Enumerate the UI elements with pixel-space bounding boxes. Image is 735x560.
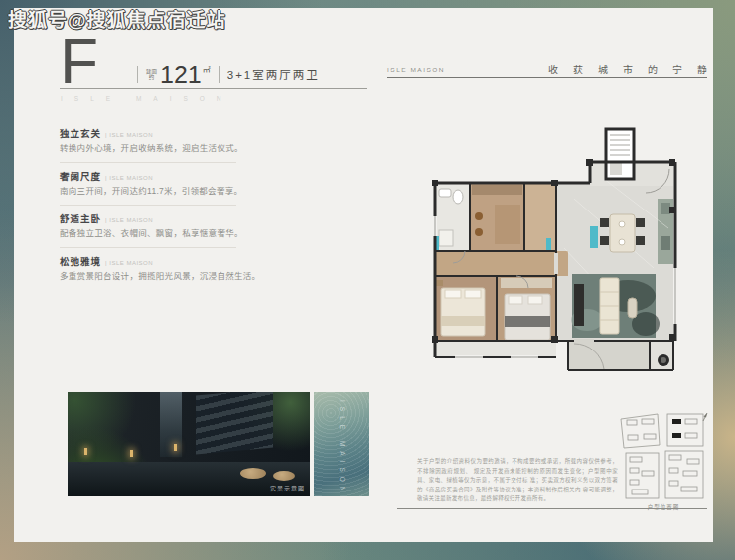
window-accent: [546, 238, 551, 250]
right-header-rule: [387, 77, 707, 78]
feature-desc: 南向三开间，开间达约11.7米，引领都会奢享。: [60, 187, 270, 196]
plate: [619, 239, 625, 245]
unit-type-letter: F: [60, 30, 98, 93]
glass-texture-photo: ISLE MAISON: [314, 392, 369, 496]
feature-block: 松弛雅境 | ISLE MAISON 多重赏景阳台设计，拥揽阳光风景，沉浸自然生…: [60, 257, 270, 281]
photo-lantern: [84, 448, 87, 455]
north-arrow-icon: [703, 413, 707, 421]
chair: [636, 218, 645, 227]
feature-title-row: 奢阔尺度 | ISLE MAISON: [60, 172, 270, 183]
keyplan-diagram: [618, 411, 709, 502]
feature-desc: 配备独立卫浴、衣帽间、飘窗，私享惬意奢华。: [60, 229, 270, 238]
feature-divider: [60, 205, 236, 206]
feature-desc: 转换内外心境，开启收纳系统，迎启生活仪式。: [60, 144, 270, 153]
feature-title: 奢阔尺度: [60, 172, 101, 182]
photo-lantern: [130, 450, 133, 457]
south-balcony-floor: [435, 341, 556, 357]
feature-title: 松弛雅境: [60, 257, 101, 267]
feature-desc: 多重赏景阳台设计，拥揽阳光风景，沉浸自然生活。: [60, 272, 270, 281]
desk: [495, 205, 520, 244]
highlighted-units: [672, 419, 681, 438]
photo-lantern: [174, 444, 177, 451]
study-room: [472, 185, 522, 244]
floorplan-image: [425, 119, 687, 391]
right-header-brand: ISLE MAISON: [387, 67, 445, 73]
brochure-card: F 建面 约 121 ㎡ 3+1室两厅两卫 ISLE MAISON ISLE M…: [14, 8, 713, 542]
chair: [636, 236, 645, 245]
unit-title-row: 建面 约 121 ㎡ 3+1室两厅两卫: [129, 62, 320, 87]
disclaimer-text: 关于户型的介绍资料仅为要约邀请，不构成要约或承诺，所载内容仅供参考，不排除因政府…: [417, 457, 618, 504]
photo-caption: 实景示意图: [270, 484, 305, 492]
appliance: [661, 203, 670, 214]
feature-tag: | ISLE MAISON: [105, 215, 153, 225]
dining-table: [610, 214, 635, 252]
footer-rule: [397, 508, 707, 509]
pillow: [509, 296, 522, 304]
toilet: [453, 190, 463, 204]
small-room-floor: [524, 183, 556, 251]
chair: [600, 236, 609, 245]
feature-title-row: 独立玄关 | ISLE MAISON: [60, 129, 270, 140]
sink: [439, 189, 451, 197]
stool: [475, 212, 483, 220]
feature-title: 舒适主卧: [60, 214, 101, 224]
title-rule: [60, 88, 368, 89]
chair: [600, 218, 609, 227]
balcony-door-opening: [574, 339, 594, 343]
photo-waterfall: [160, 392, 182, 457]
area-unit: ㎡: [203, 64, 211, 74]
feature-divider: [60, 247, 236, 248]
feature-list: 独立玄关 | ISLE MAISON 转换内外心境，开启收纳系统，迎启生活仪式。…: [60, 129, 270, 281]
feature-title-row: 舒适主卧 | ISLE MAISON: [60, 214, 270, 225]
feature-title: 独立玄关: [60, 129, 101, 139]
area-label: 建面 约: [146, 69, 157, 80]
layout-text: 3+1室两厅两卫: [227, 67, 320, 82]
courtyard-photo: 实景示意图: [68, 392, 310, 496]
coffee-table: [628, 298, 637, 318]
island-counter: [590, 226, 598, 248]
brand-spaced-left: ISLE MAISON: [61, 95, 233, 102]
feature-tag: | ISLE MAISON: [105, 130, 153, 140]
tv-console: [574, 284, 584, 326]
wardrobe: [472, 185, 522, 195]
pillow: [445, 290, 461, 298]
stool: [475, 228, 483, 236]
stair-core: [606, 129, 634, 179]
feature-block: 独立玄关 | ISLE MAISON 转换内外心境，开启收纳系统，迎启生活仪式。: [60, 129, 270, 163]
throw-blanket: [505, 316, 550, 327]
divider: [219, 66, 220, 83]
right-header-slogan: 收获城市的宁静: [548, 62, 722, 76]
feature-title-row: 松弛雅境 | ISLE MAISON: [60, 257, 270, 268]
washer-icon: [661, 357, 666, 363]
pillow: [465, 290, 481, 298]
area-label-bottom: 约: [146, 74, 157, 80]
appliance: [661, 236, 670, 250]
shower: [439, 230, 453, 246]
pillow: [528, 296, 542, 304]
feature-divider: [60, 162, 236, 163]
bedroom-1: [435, 280, 485, 336]
photo-vertical-text: ISLE MAISON: [339, 400, 346, 496]
corridor-opening: [554, 253, 558, 274]
corridor-floor: [435, 251, 568, 276]
divider: [137, 66, 138, 83]
photo-steps: [196, 392, 273, 454]
area-value: 121: [160, 63, 202, 87]
feature-tag: | ISLE MAISON: [105, 173, 153, 183]
feature-tag: | ISLE MAISON: [105, 258, 153, 268]
feature-block: 舒适主卧 | ISLE MAISON 配备独立卫浴、衣帽间、飘窗，私享惬意奢华。: [60, 214, 270, 248]
wardrobe: [501, 278, 552, 288]
keyplan-caption: 户型位置图: [618, 503, 709, 511]
east-balcony-floor: [568, 341, 650, 370]
blanket: [441, 316, 485, 326]
watermark: 搜狐号@搜狐焦点宿迁站: [8, 5, 226, 32]
living-room: [571, 274, 660, 338]
feature-block: 奢阔尺度 | ISLE MAISON 南向三开间，开间达约11.7米，引领都会奢…: [60, 172, 270, 206]
plate: [619, 221, 625, 227]
